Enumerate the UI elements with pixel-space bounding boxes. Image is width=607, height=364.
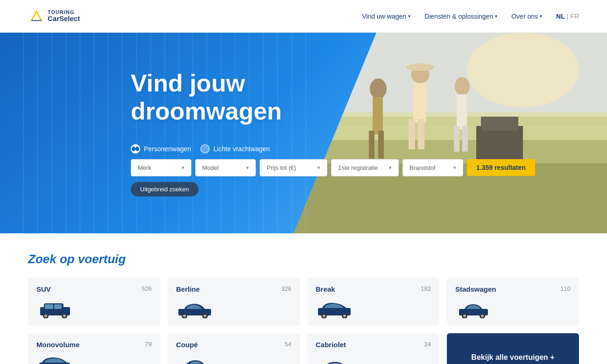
logo[interactable]: TOURING CarSelect [28, 8, 80, 25]
logo-carselect: CarSelect [48, 15, 80, 23]
bekijk-alle-button[interactable]: Bekijk alle voertuigen + [447, 333, 579, 364]
logo-icon [28, 8, 45, 25]
svg-point-49 [63, 315, 66, 317]
suv-icon [36, 301, 74, 318]
vehicle-type-name: Monovolume [36, 341, 80, 349]
chevron-down-icon: ▾ [540, 14, 542, 19]
lang-nl[interactable]: NL [556, 13, 565, 20]
language-switcher: NL | FR [556, 13, 579, 20]
radio-lichte-indicator [200, 144, 210, 154]
radio-lichte-label: Lichte vrachtwagen [213, 145, 270, 153]
chevron-down-icon: ▾ [408, 14, 410, 19]
vehicle-card-berline[interactable]: Berline 326 [168, 278, 300, 326]
vehicle-type-name: Coupé [176, 341, 198, 349]
coupe-icon [176, 356, 213, 364]
lang-separator: | [567, 13, 569, 20]
model-select[interactable]: Model ▾ [195, 159, 256, 176]
radio-lichte-vrachtwagen[interactable]: Lichte vrachtwagen [200, 144, 270, 154]
chevron-down-icon: ▾ [495, 14, 497, 19]
stadswagen-icon [455, 301, 493, 318]
svg-point-66 [481, 315, 484, 317]
svg-rect-51 [54, 304, 62, 309]
merk-select[interactable]: Merk ▾ [131, 159, 191, 176]
svg-point-56 [204, 315, 206, 317]
vehicle-card-monovolume[interactable]: Monovolume 79 [28, 333, 160, 364]
svg-marker-0 [31, 11, 42, 21]
section-title: Zoek op voertuig [28, 252, 579, 266]
vehicle-count: 526 [141, 285, 152, 292]
svg-rect-50 [45, 304, 53, 309]
nav-vind-wagen[interactable]: Vind uw wagen ▾ [362, 13, 410, 20]
vehicle-type-name: Cabriolet [316, 341, 346, 349]
berline-icon [176, 301, 213, 318]
vehicle-count: 326 [281, 285, 291, 292]
monovolume-icon [36, 356, 74, 364]
chevron-down-icon: ▾ [246, 165, 249, 171]
radio-personenwagen[interactable]: Personenwagen [131, 144, 191, 154]
svg-point-54 [183, 315, 186, 317]
break-icon [316, 301, 353, 318]
vehicle-type-name: Berline [176, 285, 200, 293]
radio-personenwagen-indicator [131, 144, 140, 154]
vehicle-card-coupe[interactable]: Coupé 54 [168, 333, 300, 364]
main-nav: Vind uw wagen ▾ Diensten & oplossingen ▾… [362, 13, 579, 20]
vehicle-card-suv[interactable]: SUV 526 [28, 278, 160, 326]
logo-text: TOURING CarSelect [48, 9, 80, 23]
vehicle-grid: SUV 526 Berline 326 [28, 278, 579, 364]
brandstof-select[interactable]: Brandstof ▾ [402, 159, 463, 176]
svg-point-64 [463, 315, 466, 317]
vehicle-count: 110 [560, 285, 571, 292]
vehicle-card-cabriolet[interactable]: Cabriolet 24 [307, 333, 439, 364]
vehicle-type-name: Stadswagen [455, 285, 496, 293]
lang-fr[interactable]: FR [570, 13, 579, 20]
bekijk-alle-label: Bekijk alle voertuigen + [471, 353, 554, 362]
nav-diensten[interactable]: Diensten & oplossingen ▾ [424, 13, 497, 20]
vehicle-type-name: SUV [36, 285, 51, 293]
vehicle-type-radio: Personenwagen Lichte vrachtwagen [131, 144, 607, 154]
prijs-select[interactable]: Prijs tot (€) ▾ [260, 159, 327, 176]
vehicle-count: 54 [285, 341, 291, 348]
vehicle-card-stadswagen[interactable]: Stadswagen 110 [447, 278, 579, 326]
chevron-down-icon: ▾ [318, 165, 320, 171]
svg-point-47 [44, 315, 47, 317]
chevron-down-icon: ▾ [389, 165, 392, 171]
registratie-select[interactable]: 1ste registratie ▾ [331, 159, 399, 176]
advanced-search-button[interactable]: Uitgebreid zoeken [131, 182, 198, 196]
vehicle-count: 182 [421, 285, 431, 292]
svg-point-59 [323, 315, 325, 317]
search-container: Personenwagen Lichte vrachtwagen Merk ▾ … [131, 144, 607, 196]
hero-content: Vind jouw droomwagen Personenwagen Licht… [0, 33, 607, 233]
vehicle-card-break[interactable]: Break 182 [307, 278, 439, 326]
nav-over-ons[interactable]: Over ons ▾ [511, 13, 542, 20]
svg-point-61 [343, 315, 346, 317]
radio-personenwagen-label: Personenwagen [144, 145, 191, 153]
results-button[interactable]: 1.359 resultaten [467, 159, 535, 176]
cabriolet-icon [316, 356, 353, 364]
vehicle-type-name: Break [316, 285, 335, 293]
vehicle-count: 24 [424, 341, 431, 348]
hero-section: Vind jouw droomwagen Personenwagen Licht… [0, 33, 607, 233]
chevron-down-icon: ▾ [453, 165, 456, 171]
vehicle-count: 79 [145, 341, 152, 348]
search-row: Merk ▾ Model ▾ Prijs tot (€) ▾ 1ste regi… [131, 159, 607, 176]
vehicle-type-section: Zoek op voertuig SUV 526 Berline [0, 233, 607, 364]
chevron-down-icon: ▾ [182, 165, 184, 171]
header: TOURING CarSelect Vind uw wagen ▾ Dienst… [0, 0, 607, 33]
hero-title: Vind jouw droomwagen [131, 70, 607, 126]
